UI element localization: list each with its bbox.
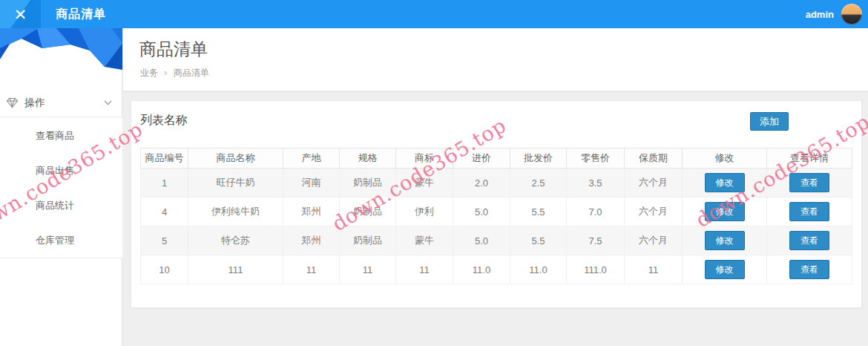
view-button[interactable]: 查看 <box>789 202 829 221</box>
cell-wholesale-price: 11.0 <box>510 255 567 284</box>
cell-product-id: 1 <box>141 169 188 198</box>
cell-product-id: 5 <box>141 226 188 255</box>
cell-brand: 蒙牛 <box>396 169 453 198</box>
page-title: 商品清单 <box>139 38 208 61</box>
col-header-product-id: 商品编号 <box>141 148 188 169</box>
col-header-wholesale-price: 批发价 <box>510 148 567 169</box>
cell-shelf-life: 六个月 <box>625 169 683 198</box>
close-icon: ✕ <box>14 7 27 22</box>
table-row: 10 111 11 11 11 11.0 11.0 111.0 11 修改 查看 <box>141 255 852 284</box>
product-table-wrapper: 商品编号 商品名称 产地 规格 商标 进价 批发价 零售价 保质期 修改 查看详… <box>140 148 852 284</box>
sidebar-banner-graphic <box>0 28 122 95</box>
sidebar-section-toggle[interactable]: 操作 <box>0 89 122 117</box>
modify-button[interactable]: 修改 <box>705 202 745 221</box>
modify-button[interactable]: 修改 <box>705 173 745 192</box>
cell-shelf-life: 11 <box>625 255 683 284</box>
cell-wholesale-price: 2.5 <box>510 169 567 198</box>
app-window: ✕ 商品清单 admin 操作 <box>0 0 868 346</box>
cell-purchase-price: 11.0 <box>453 255 510 284</box>
col-header-product-name: 商品名称 <box>188 148 283 169</box>
view-button[interactable]: 查看 <box>789 260 829 279</box>
cell-wholesale-price: 5.5 <box>510 226 567 255</box>
col-header-retail-price: 零售价 <box>567 148 625 169</box>
sidebar-menu: 查看商品 商品出售 商品统计 仓库管理 <box>0 118 122 258</box>
view-button[interactable]: 查看 <box>789 173 829 192</box>
cell-product-name: 特仑苏 <box>188 226 283 255</box>
product-list-panel: 列表名称 添加 商品编号 商品名称 产地 规格 商标 进价 <box>131 100 862 308</box>
view-button[interactable]: 查看 <box>789 231 829 250</box>
sidebar-section-label: 操作 <box>24 97 104 110</box>
cell-product-name: 111 <box>188 255 283 284</box>
cell-brand: 蒙牛 <box>396 226 453 255</box>
breadcrumb-separator: › <box>164 68 167 78</box>
topbar-title: 商品清单 <box>56 0 106 28</box>
sidebar-item-view-products[interactable]: 查看商品 <box>0 118 122 153</box>
cell-retail-price: 7.5 <box>567 226 625 255</box>
breadcrumb-item-current: 商品清单 <box>174 68 209 78</box>
cell-purchase-price: 2.0 <box>453 169 510 198</box>
product-table: 商品编号 商品名称 产地 规格 商标 进价 批发价 零售价 保质期 修改 查看详… <box>140 148 852 284</box>
cell-origin: 11 <box>283 255 340 284</box>
username[interactable]: admin <box>806 9 834 20</box>
cell-origin: 郑州 <box>283 226 340 255</box>
breadcrumb-item-business[interactable]: 业务 <box>140 68 158 78</box>
cell-purchase-price: 5.0 <box>453 226 510 255</box>
cell-origin: 郑州 <box>283 198 340 226</box>
sidebar-item-sell-products[interactable]: 商品出售 <box>0 153 122 188</box>
col-header-view-detail: 查看详情 <box>767 148 852 169</box>
modify-button[interactable]: 修改 <box>705 260 745 279</box>
cell-retail-price: 111.0 <box>567 255 625 284</box>
cell-wholesale-price: 5.5 <box>510 198 567 226</box>
cell-product-name: 伊利纯牛奶 <box>188 198 283 226</box>
cell-brand: 11 <box>396 255 453 284</box>
cell-origin: 河南 <box>283 169 340 198</box>
cell-retail-price: 7.0 <box>567 198 625 226</box>
col-header-brand: 商标 <box>396 148 453 169</box>
page-header: 商品清单 业务 › 商品清单 <box>123 28 868 91</box>
topbar-user-area: admin <box>806 0 862 28</box>
cell-spec: 奶制品 <box>340 226 396 255</box>
cell-shelf-life: 六个月 <box>625 226 683 255</box>
chevron-down-icon <box>104 100 112 105</box>
panel-title: 列表名称 <box>140 113 188 128</box>
topbar: ✕ 商品清单 admin <box>0 0 868 28</box>
col-header-origin: 产地 <box>283 148 340 169</box>
close-button[interactable]: ✕ <box>0 0 41 28</box>
gem-icon <box>6 97 19 108</box>
cell-retail-price: 3.5 <box>567 169 625 198</box>
table-row: 4 伊利纯牛奶 郑州 奶制品 伊利 5.0 5.5 7.0 六个月 修改 查看 <box>141 198 852 226</box>
cell-purchase-price: 5.0 <box>453 198 510 226</box>
col-header-purchase-price: 进价 <box>453 148 510 169</box>
table-header-row: 商品编号 商品名称 产地 规格 商标 进价 批发价 零售价 保质期 修改 查看详… <box>141 148 852 169</box>
cell-brand: 伊利 <box>396 198 453 226</box>
table-row: 1 旺仔牛奶 河南 奶制品 蒙牛 2.0 2.5 3.5 六个月 修改 查看 <box>141 169 852 198</box>
add-button[interactable]: 添加 <box>750 112 789 131</box>
col-header-spec: 规格 <box>340 148 396 169</box>
sidebar: 操作 查看商品 商品出售 商品统计 仓库管理 <box>0 28 122 346</box>
cell-product-id: 10 <box>141 255 188 284</box>
cell-spec: 11 <box>340 255 396 284</box>
cell-shelf-life: 六个月 <box>625 198 683 226</box>
avatar[interactable] <box>841 4 862 25</box>
sidebar-item-warehouse[interactable]: 仓库管理 <box>0 223 122 258</box>
table-row: 5 特仑苏 郑州 奶制品 蒙牛 5.0 5.5 7.5 六个月 修改 查看 <box>141 226 852 255</box>
col-header-modify: 修改 <box>683 148 767 169</box>
col-header-shelf-life: 保质期 <box>625 148 683 169</box>
sidebar-item-product-stats[interactable]: 商品统计 <box>0 188 122 223</box>
modify-button[interactable]: 修改 <box>705 231 745 250</box>
breadcrumb: 业务 › 商品清单 <box>140 67 209 79</box>
cell-product-name: 旺仔牛奶 <box>188 169 283 198</box>
cell-spec: 奶制品 <box>340 198 396 226</box>
cell-spec: 奶制品 <box>340 169 396 198</box>
cell-product-id: 4 <box>141 198 188 226</box>
